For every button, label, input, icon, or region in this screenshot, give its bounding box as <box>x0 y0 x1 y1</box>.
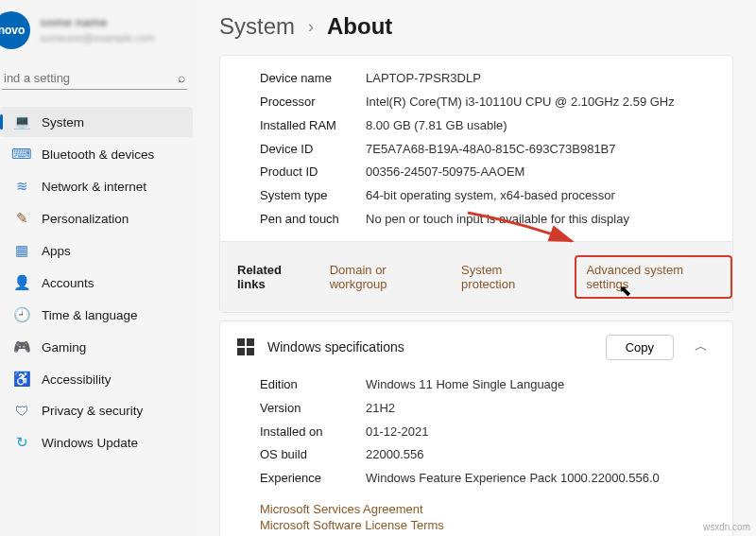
search-icon: ⌕ <box>178 70 185 85</box>
nav-icon: ♿ <box>13 371 30 388</box>
search-input[interactable] <box>4 71 178 85</box>
spec-row: System type64-bit operating system, x64-… <box>220 184 732 208</box>
breadcrumb: System › About <box>219 13 733 40</box>
spec-row: Version21H2 <box>220 397 732 421</box>
nav-label: Accessibility <box>42 372 112 387</box>
sidebar-item-system[interactable]: 💻System <box>0 107 193 137</box>
nav-icon: ✎ <box>13 210 30 227</box>
nav-icon: ⌨ <box>13 146 30 163</box>
spec-key: Device ID <box>260 141 366 159</box>
link-system-protection[interactable]: System protection <box>461 263 554 291</box>
spec-value: 8.00 GB (7.81 GB usable) <box>366 117 507 135</box>
sidebar-item-time-language[interactable]: 🕘Time & language <box>0 300 193 330</box>
windows-spec-card: Windows specifications Copy ︿ EditionWin… <box>219 320 733 536</box>
nav-label: Time & language <box>42 308 138 322</box>
spec-key: Version <box>260 400 366 418</box>
spec-row: EditionWindows 11 Home Single Language <box>220 373 732 397</box>
nav-icon: ≋ <box>13 178 30 195</box>
nav-label: System <box>42 115 84 130</box>
spec-key: Pen and touch <box>260 211 366 229</box>
nav-icon: 👤 <box>13 274 30 291</box>
device-spec-card: Device nameLAPTOP-7PSR3DLPProcessorIntel… <box>219 55 733 313</box>
link-license-terms[interactable]: Microsoft Software License Terms <box>260 518 732 532</box>
spec-value: Intel(R) Core(TM) i3-10110U CPU @ 2.10GH… <box>366 94 675 112</box>
spec-row: OS build22000.556 <box>220 443 732 467</box>
spec-value: 22000.556 <box>366 446 423 464</box>
spec-row: Pen and touchNo pen or touch input is av… <box>220 208 732 232</box>
spec-value: 00356-24507-50975-AAOEM <box>366 164 524 182</box>
nav-label: Accounts <box>42 276 94 290</box>
sidebar-item-windows-update[interactable]: ↻Windows Update <box>0 427 193 458</box>
spec-key: System type <box>260 187 366 205</box>
nav-label: Personalization <box>42 212 129 226</box>
nav-icon: 💻 <box>13 113 30 130</box>
spec-row: ExperienceWindows Feature Experience Pac… <box>220 467 732 491</box>
license-links: Microsoft Services Agreement Microsoft S… <box>220 500 732 536</box>
sidebar-item-accessibility[interactable]: ♿Accessibility <box>0 364 193 394</box>
watermark: wsxdn.com <box>703 522 750 532</box>
nav-icon: ▦ <box>13 242 30 259</box>
sidebar-item-apps[interactable]: ▦Apps <box>0 235 193 266</box>
nav-label: Apps <box>42 244 71 258</box>
nav-label: Privacy & security <box>42 404 143 418</box>
spec-row: Installed RAM8.00 GB (7.81 GB usable) <box>220 114 732 138</box>
breadcrumb-parent[interactable]: System <box>219 13 295 40</box>
spec-value: No pen or touch input is available for t… <box>366 211 629 229</box>
sidebar-item-accounts[interactable]: 👤Accounts <box>0 268 193 298</box>
spec-key: Device name <box>260 70 366 88</box>
related-links: Related links Domain or workgroup System… <box>220 241 732 312</box>
spec-key: Product ID <box>260 164 366 182</box>
sidebar-item-gaming[interactable]: 🎮Gaming <box>0 332 193 362</box>
nav-label: Network & internet <box>42 180 146 194</box>
nav-icon: 🕘 <box>13 306 30 323</box>
windows-logo-icon <box>237 338 254 355</box>
spec-value: 64-bit operating system, x64-based proce… <box>366 187 615 205</box>
nav-label: Gaming <box>42 340 86 354</box>
related-label: Related links <box>237 263 309 291</box>
spec-key: OS build <box>260 446 366 464</box>
spec-value: 01-12-2021 <box>366 424 429 441</box>
spec-value: 21H2 <box>366 400 395 418</box>
nav-label: Windows Update <box>42 436 138 450</box>
spec-key: Installed RAM <box>260 117 366 135</box>
nav-icon: ↻ <box>13 434 30 451</box>
spec-row: Device nameLAPTOP-7PSR3DLP <box>220 67 732 91</box>
spec-value: 7E5A7A68-B19A-48A0-815C-693C73B981B7 <box>366 141 616 159</box>
sidebar-item-network-internet[interactable]: ≋Network & internet <box>0 171 193 201</box>
spec-key: Experience <box>260 470 366 488</box>
nav-icon: 🛡 <box>13 403 30 419</box>
spec-key: Edition <box>260 376 366 394</box>
profile[interactable]: novo some name someone@example.com <box>0 8 197 66</box>
spec-value: LAPTOP-7PSR3DLP <box>366 70 481 88</box>
sidebar-item-personalization[interactable]: ✎Personalization <box>0 203 193 233</box>
spec-value: Windows Feature Experience Pack 1000.220… <box>366 470 660 488</box>
sidebar-item-privacy-security[interactable]: 🛡Privacy & security <box>0 396 193 425</box>
main: System › About Device nameLAPTOP-7PSR3DL… <box>197 0 756 536</box>
avatar: novo <box>0 11 30 49</box>
windows-spec-title: Windows specifications <box>267 339 593 354</box>
spec-key: Processor <box>260 94 366 112</box>
breadcrumb-current: About <box>327 13 392 40</box>
spec-row: Installed on01-12-2021 <box>220 421 732 444</box>
chevron-right-icon: › <box>308 17 314 37</box>
profile-text: some name someone@example.com <box>40 15 155 44</box>
nav-label: Bluetooth & devices <box>42 147 154 162</box>
sidebar-item-bluetooth-devices[interactable]: ⌨Bluetooth & devices <box>0 139 193 169</box>
spec-value: Windows 11 Home Single Language <box>366 376 564 394</box>
chevron-up-icon[interactable]: ︿ <box>687 338 715 355</box>
search-box[interactable]: ⌕ <box>2 66 187 90</box>
link-advanced-system-settings[interactable]: Advanced system settings <box>575 255 732 299</box>
link-domain-workgroup[interactable]: Domain or workgroup <box>330 263 440 291</box>
spec-key: Installed on <box>260 424 366 441</box>
sidebar: novo some name someone@example.com ⌕ 💻Sy… <box>0 0 197 536</box>
nav-icon: 🎮 <box>13 338 30 355</box>
spec-row: ProcessorIntel(R) Core(TM) i3-10110U CPU… <box>220 91 732 114</box>
link-services-agreement[interactable]: Microsoft Services Agreement <box>260 502 732 516</box>
copy-button[interactable]: Copy <box>606 335 674 360</box>
spec-row: Device ID7E5A7A68-B19A-48A0-815C-693C73B… <box>220 138 732 162</box>
spec-row: Product ID00356-24507-50975-AAOEM <box>220 161 732 184</box>
nav: 💻System⌨Bluetooth & devices≋Network & in… <box>0 107 197 459</box>
